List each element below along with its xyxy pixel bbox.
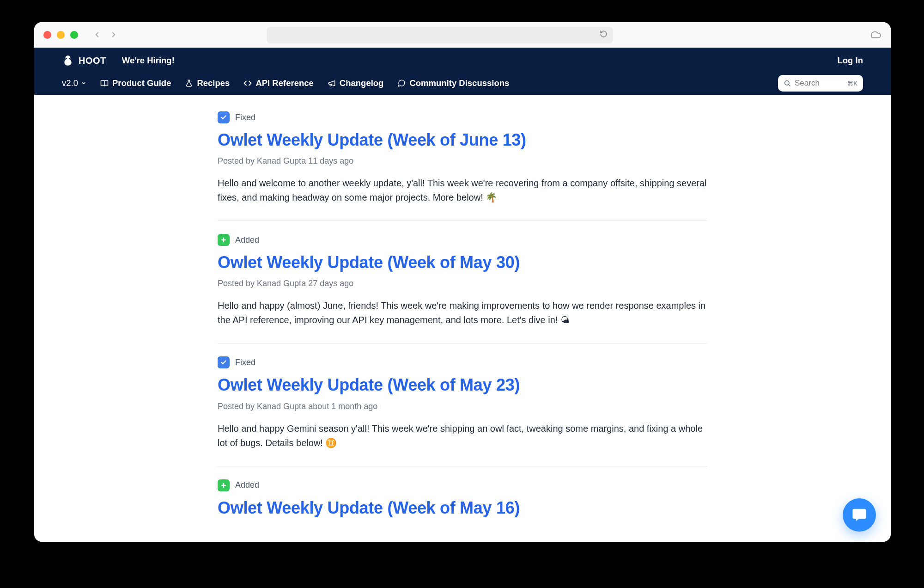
badge-row: Fixed — [218, 356, 707, 368]
badge-label: Fixed — [235, 358, 255, 368]
browser-chrome — [34, 22, 891, 48]
post-excerpt: Hello and happy Gemini season y'all! Thi… — [218, 422, 707, 450]
post-excerpt: Hello and happy (almost) June, friends! … — [218, 299, 707, 327]
minimize-window-button[interactable] — [57, 31, 65, 39]
owl-logo-icon — [62, 55, 74, 67]
megaphone-icon — [328, 79, 336, 87]
login-link[interactable]: Log In — [838, 55, 863, 66]
hiring-link[interactable]: We're Hiring! — [122, 55, 175, 66]
address-bar[interactable] — [267, 27, 613, 43]
app-header: HOOT We're Hiring! Log In v2.0 Product G… — [34, 48, 891, 95]
changelog-post: Added Owlet Weekly Update (Week of May 1… — [218, 466, 707, 540]
post-title[interactable]: Owlet Weekly Update (Week of May 30) — [218, 252, 707, 272]
forward-button[interactable] — [109, 29, 118, 42]
nav-api-reference[interactable]: API Reference — [243, 78, 313, 88]
close-window-button[interactable] — [43, 31, 51, 39]
fixed-badge-icon — [218, 111, 230, 123]
code-icon — [243, 79, 252, 87]
search-icon — [784, 80, 791, 87]
badge-label: Added — [235, 480, 259, 490]
search-box[interactable]: ⌘K — [778, 75, 863, 92]
post-title[interactable]: Owlet Weekly Update (Week of May 16) — [218, 498, 707, 518]
back-button[interactable] — [93, 29, 101, 42]
post-excerpt: Hello and welcome to another weekly upda… — [218, 176, 707, 205]
version-label: v2.0 — [62, 78, 78, 88]
post-meta: Posted by Kanad Gupta 27 days ago — [218, 279, 707, 288]
content-area: Fixed Owlet Weekly Update (Week of June … — [34, 95, 891, 542]
chat-icon — [397, 79, 406, 87]
added-badge-icon — [218, 234, 230, 246]
intercom-launcher[interactable] — [843, 498, 876, 532]
changelog-post: Fixed Owlet Weekly Update (Week of May 2… — [218, 343, 707, 466]
version-selector[interactable]: v2.0 — [62, 78, 86, 88]
badge-row: Added — [218, 479, 707, 491]
browser-nav-arrows — [93, 29, 118, 42]
nav-label: Product Guide — [112, 78, 171, 88]
fixed-badge-icon — [218, 356, 230, 368]
svg-line-1 — [789, 85, 790, 86]
book-icon — [100, 79, 109, 87]
nav-label: Recipes — [197, 78, 230, 88]
brand[interactable]: HOOT — [62, 55, 106, 67]
nav-label: API Reference — [255, 78, 313, 88]
browser-window: HOOT We're Hiring! Log In v2.0 Product G… — [34, 22, 891, 542]
changelog-post: Added Owlet Weekly Update (Week of May 3… — [218, 220, 707, 343]
chat-bubble-icon — [851, 507, 867, 523]
nav-community[interactable]: Community Discussions — [397, 78, 509, 88]
cloud-icon[interactable] — [869, 28, 881, 42]
badge-label: Fixed — [235, 113, 255, 122]
badge-row: Added — [218, 234, 707, 246]
nav-changelog[interactable]: Changelog — [328, 78, 384, 88]
reload-icon[interactable] — [600, 30, 608, 40]
window-controls — [43, 31, 78, 39]
nav-product-guide[interactable]: Product Guide — [100, 78, 171, 88]
post-meta: Posted by Kanad Gupta about 1 month ago — [218, 402, 707, 411]
post-title[interactable]: Owlet Weekly Update (Week of May 23) — [218, 375, 707, 395]
nav-label: Community Discussions — [409, 78, 509, 88]
brand-name: HOOT — [79, 55, 106, 66]
header-nav: v2.0 Product Guide Recipes API Reference… — [34, 72, 891, 95]
search-input[interactable] — [795, 79, 844, 88]
post-meta: Posted by Kanad Gupta 11 days ago — [218, 156, 707, 166]
changelog-post: Fixed Owlet Weekly Update (Week of June … — [218, 109, 707, 220]
badge-label: Added — [235, 235, 259, 245]
nav-label: Changelog — [340, 78, 384, 88]
search-shortcut: ⌘K — [847, 80, 857, 87]
flask-icon — [185, 79, 193, 87]
header-top: HOOT We're Hiring! Log In — [34, 48, 891, 72]
badge-row: Fixed — [218, 111, 707, 123]
added-badge-icon — [218, 479, 230, 491]
post-title[interactable]: Owlet Weekly Update (Week of June 13) — [218, 130, 707, 150]
changelog-posts: Fixed Owlet Weekly Update (Week of June … — [212, 109, 713, 540]
maximize-window-button[interactable] — [70, 31, 78, 39]
chevron-down-icon — [81, 80, 86, 86]
nav-recipes[interactable]: Recipes — [185, 78, 230, 88]
